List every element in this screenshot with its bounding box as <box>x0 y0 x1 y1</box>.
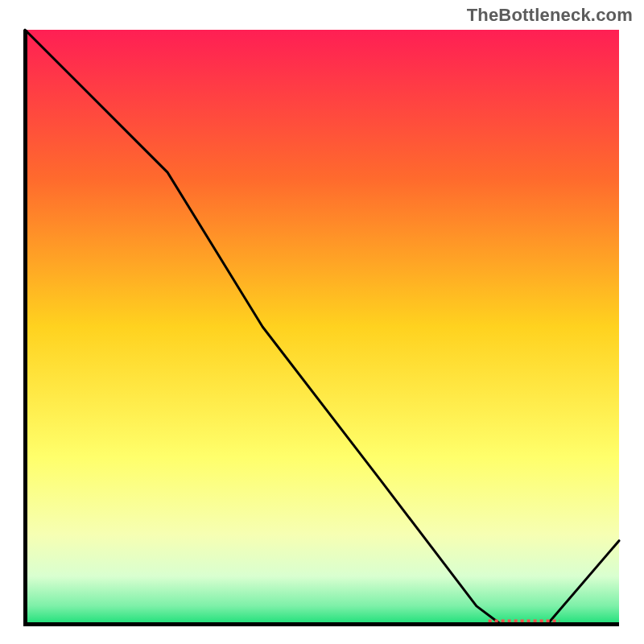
chart-svg <box>23 27 621 626</box>
chart-area <box>23 27 621 626</box>
attribution-watermark: TheBottleneck.com <box>467 5 633 26</box>
